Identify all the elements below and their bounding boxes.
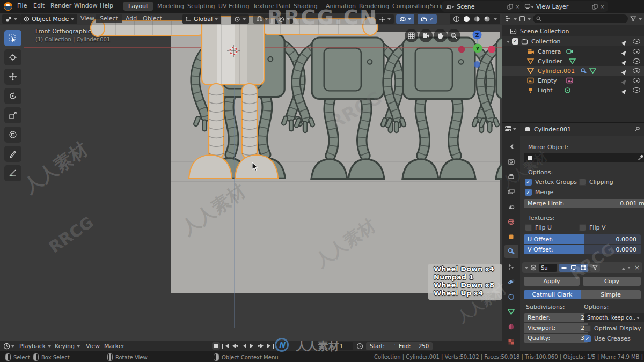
tool-select-box[interactable] [4,30,21,46]
flip-u-checkbox[interactable] [525,224,532,231]
toggle-render-icon[interactable] [559,264,569,272]
navigation-gizmo[interactable]: Z Y [452,27,502,72]
delete-modifier-icon[interactable]: × [634,264,640,271]
props-tab-physics[interactable] [504,275,518,288]
uv-smooth-dropdown[interactable]: Smooth, keep co.. [584,313,644,322]
new-scene-icon[interactable] [507,4,513,10]
outliner-row-empty[interactable]: Empty [502,76,644,85]
tool-transform[interactable] [4,127,21,143]
outliner-row-camera[interactable]: Camera [502,47,644,56]
menu-help[interactable]: Help [96,2,118,9]
end-frame-field[interactable]: End: 250 [395,342,433,350]
apply-button[interactable]: Apply [524,277,580,286]
pan-view-button[interactable] [434,29,447,42]
props-tab-modifiers[interactable] [504,245,518,258]
viewport-canvas[interactable] [0,13,502,341]
use-creases-option[interactable]: ✓ Use Creases [584,335,631,342]
flip-u-option[interactable]: Flip U [525,224,552,231]
simple-button[interactable]: Simple [581,290,641,299]
camera-view-button[interactable] [419,29,433,42]
stop-button[interactable] [212,342,220,350]
visibility-eye-icon[interactable] [633,78,640,83]
viewport-menu-select[interactable]: Select [96,14,122,23]
transform-orientation-selector[interactable]: Global [182,14,221,24]
modifier-name-field[interactable]: Su [539,264,557,272]
play-button[interactable] [248,342,257,350]
outliner-row-scene-collection[interactable]: Scene Collection [502,26,644,36]
viewport-subdivisions-field[interactable]: Viewport: 2 [524,323,588,333]
shading-material-icon[interactable] [473,16,480,23]
collection-checkbox[interactable]: ✓ [512,38,518,45]
viewport-3d[interactable]: Object Mode View Select Add Object Globa… [0,13,502,341]
props-tab-constraints[interactable] [504,290,518,303]
shading-wireframe-icon[interactable] [453,16,460,23]
visibility-eye-icon[interactable] [633,39,640,44]
tool-move[interactable] [4,69,21,85]
selectable-icon[interactable] [621,37,629,45]
selectable-icon[interactable] [621,57,629,65]
pivot-point-selector[interactable] [231,14,249,24]
outliner-row-cylinder[interactable]: Cylinder [502,56,644,66]
clipping-option[interactable]: Clipping [579,179,613,186]
jump-to-end-button[interactable] [267,342,275,350]
toggle-editmode-icon[interactable] [579,264,588,272]
optimal-display-checkbox[interactable] [584,325,591,332]
timeline-menu-marker[interactable]: Marker [103,343,126,350]
play-reverse-button[interactable] [239,342,247,350]
new-view-layer-icon[interactable] [592,4,598,10]
tool-annotate[interactable] [4,146,21,162]
timeline-menu-view[interactable]: View [85,343,101,350]
outliner-row-collection[interactable]: ✓ Collection [502,36,644,46]
pin-icon[interactable] [634,126,640,132]
vertex-groups-option[interactable]: ✓ Vertex Groups [525,179,577,186]
move-modifier-down-icon[interactable] [627,267,631,270]
merge-option[interactable]: ✓ Merge [525,189,553,196]
prev-keyframe-button[interactable] [230,342,238,350]
outliner-row-light[interactable]: Light [502,85,644,95]
props-tab-view-layer[interactable] [504,185,518,198]
flip-v-checkbox[interactable] [579,224,586,231]
viewport-menu-object[interactable]: Object [138,15,166,22]
props-tab-texture[interactable] [504,335,518,348]
expand-collection-icon[interactable] [507,41,510,45]
props-tab-tool[interactable] [504,140,518,153]
timeline-menu-keying[interactable]: Keying [54,343,81,350]
eyedropper-icon[interactable] [638,154,644,161]
outliner-search[interactable] [533,14,628,23]
props-tab-scene[interactable] [504,200,518,213]
remove-view-layer-icon[interactable]: × [600,3,605,10]
tool-measure[interactable] [4,165,21,181]
xray-toggle[interactable]: ✓ [418,14,437,24]
toggle-cage-icon[interactable] [590,264,600,272]
v-offset-field[interactable]: V Offset: 0.0000 [524,245,641,254]
expand-modifier-icon[interactable] [525,267,528,271]
tool-rotate[interactable] [4,88,21,104]
unlink-scene-icon[interactable]: × [515,3,520,10]
use-creases-checkbox[interactable]: ✓ [584,335,591,342]
display-mode-icon[interactable] [519,16,525,22]
scene-selector[interactable]: Scene × [442,1,523,12]
toggle-realtime-icon[interactable] [569,264,579,272]
editor-outliner-icon[interactable] [505,16,511,22]
selectable-icon[interactable] [621,47,629,55]
next-keyframe-button[interactable] [258,342,266,350]
props-tab-particles[interactable] [504,260,518,273]
u-offset-field[interactable]: U Offset: 0.0000 [524,234,641,244]
view-layer-selector[interactable]: View Layer × [522,1,608,12]
props-tab-output[interactable] [504,170,518,183]
subsurf-modifier-header[interactable]: Su × [522,262,642,273]
optimal-display-option[interactable]: Optimal Display [584,325,641,332]
render-subdivisions-field[interactable]: Render: 2 [524,313,588,322]
merge-limit-field[interactable]: Merge Limit: 0.001 m [524,199,644,208]
quality-field[interactable]: Quality: 3 [524,334,588,343]
outliner-row-cylinder001[interactable]: Cylinder.001 [502,66,644,76]
jump-to-start-button[interactable] [221,342,229,350]
show-overlays-toggle[interactable] [396,14,414,24]
vertex-groups-checkbox[interactable]: ✓ [525,179,532,186]
clipping-checkbox[interactable] [579,179,586,186]
props-tab-render[interactable] [504,155,518,168]
shading-solid-icon[interactable] [463,16,470,23]
shading-rendered-icon[interactable] [484,16,491,23]
selectable-icon[interactable] [621,76,629,84]
timeline-menu-playback[interactable]: Playback [18,343,52,350]
